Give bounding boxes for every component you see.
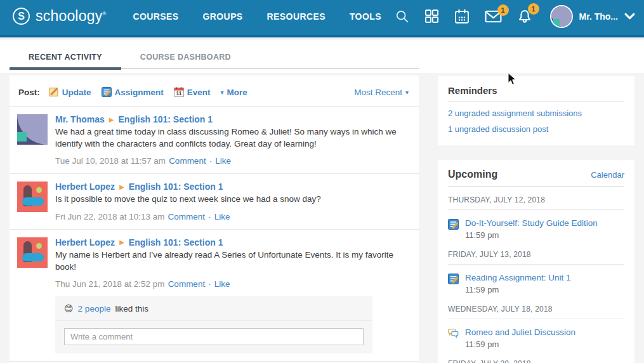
user-avatar — [550, 5, 573, 28]
upcoming-title: Upcoming — [448, 169, 497, 180]
comment-link[interactable]: Comment — [169, 156, 206, 166]
liked-this-text: liked this — [115, 304, 148, 314]
like-link[interactable]: Like — [214, 212, 230, 221]
schoology-logo[interactable]: S schoology® — [13, 8, 106, 25]
post-author-link[interactable]: Herbert Lopez — [55, 237, 115, 248]
post-course-link[interactable]: English 101: Section 1 — [129, 237, 223, 248]
post-more-button[interactable]: ▾ More — [221, 88, 247, 97]
meta-separator: · — [208, 279, 211, 289]
registered-mark: ® — [102, 11, 106, 16]
tab-strip: RECENT ACTIVITY COURSE DASHBOARD — [0, 40, 644, 73]
event-calendar-icon: 11 — [174, 87, 184, 97]
like-link[interactable]: Like — [214, 279, 230, 289]
logo-wordmark: schoology® — [36, 8, 106, 25]
post-author-link[interactable]: Herbert Lopez — [55, 182, 115, 192]
feed-post: Herbert Lopez ▶ English 101: Section 1 I… — [10, 174, 419, 230]
reminders-title: Reminders — [448, 85, 497, 96]
upcoming-date-header: THURSDAY, JULY 12, 2018 — [448, 187, 624, 210]
post-message: We had a great time today in class discu… — [55, 126, 410, 150]
calendar-icon[interactable] — [454, 9, 470, 24]
post-assignment-button[interactable]: Assignment — [102, 87, 164, 97]
activity-feed: Post: Update Assignment 11 Event ▾ More … — [10, 76, 419, 363]
post-timestamp: Fri Jun 22, 2018 at 10:13 am — [55, 212, 165, 221]
likers-link[interactable]: 2 people — [78, 304, 111, 314]
post-message: Is it possible to move the quiz to next … — [55, 194, 410, 206]
post-course-link[interactable]: English 101: Section 1 — [119, 114, 213, 124]
upcoming-event-link[interactable]: Do-It-Yourself: Study Guide Edition — [465, 218, 598, 228]
post-more-label: More — [227, 88, 247, 97]
post-timestamp: Thu Jun 21, 2018 at 2:52 pm — [55, 279, 165, 289]
post-event-button[interactable]: 11 Event — [174, 87, 211, 97]
post-update-label: Update — [62, 88, 91, 97]
upcoming-date-header: FRIDAY, JULY 20, 2018 — [448, 350, 624, 363]
nav-groups[interactable]: GROUPS — [203, 11, 243, 22]
notifications-bell-icon[interactable]: 1 — [517, 9, 532, 24]
assignment-icon — [448, 219, 459, 230]
upcoming-date-header: WEDNESDAY, JULY 18, 2018 — [448, 296, 624, 319]
upcoming-event: Do-It-Yourself: Study Guide Edition 11:5… — [448, 210, 624, 241]
messages-icon[interactable]: 1 — [485, 10, 502, 23]
nav-courses[interactable]: COURSES — [133, 11, 178, 22]
messages-badge: 1 — [497, 4, 509, 16]
schoology-s-icon: S — [13, 8, 30, 25]
post-assignment-label: Assignment — [115, 88, 164, 97]
meta-separator: · — [208, 212, 211, 221]
breadcrumb-chevron-icon: ▶ — [119, 239, 124, 246]
like-link[interactable]: Like — [215, 156, 231, 166]
user-menu[interactable]: Mr. Tho... — [550, 5, 635, 28]
nav-tools[interactable]: TOOLS — [350, 11, 381, 22]
breadcrumb-chevron-icon: ▶ — [109, 116, 114, 123]
primary-nav: COURSES GROUPS RESOURCES TOOLS — [133, 11, 381, 22]
post-message: My name is Herbert and I've already read… — [55, 249, 410, 273]
upcoming-date-header: FRIDAY, JULY 13, 2018 — [448, 241, 624, 265]
tab-recent-activity[interactable]: RECENT ACTIVITY — [10, 48, 121, 68]
sort-caret-icon: ▾ — [405, 89, 409, 96]
post-toolbar: Post: Update Assignment 11 Event ▾ More … — [10, 76, 419, 107]
sort-selected-value: Most Recent — [354, 88, 402, 97]
avatar-herbert-lopez[interactable] — [17, 237, 48, 268]
breadcrumb-chevron-icon: ▶ — [119, 183, 124, 190]
assignment-icon — [102, 87, 112, 97]
post-event-label: Event — [187, 88, 211, 97]
post-timestamp: Tue Jul 10, 2018 at 11:57 am — [55, 156, 166, 166]
post-update-button[interactable]: Update — [49, 87, 91, 97]
upcoming-event-time: 11:59 pm — [465, 230, 598, 240]
upcoming-event-time: 11:59 pm — [465, 340, 575, 349]
calendar-link[interactable]: Calendar — [591, 170, 624, 180]
post-course-link[interactable]: English 101: Section 1 — [129, 182, 223, 192]
smiley-icon: 😊 — [64, 303, 74, 314]
feed-post: Herbert Lopez ▶ English 101: Section 1 M… — [10, 230, 419, 362]
sort-dropdown[interactable]: Most Recent ▾ — [354, 88, 409, 97]
avatar-herbert-lopez[interactable] — [17, 182, 48, 212]
top-navigation-bar: S schoology® COURSES GROUPS RESOURCES TO… — [0, 0, 644, 37]
discussion-icon — [448, 328, 459, 338]
upcoming-event-link[interactable]: Romeo and Juliet Discussion — [465, 327, 575, 337]
update-note-icon — [49, 87, 59, 97]
comments-panel: 😊 2 people liked this — [55, 296, 372, 353]
avatar-mr-thomas[interactable] — [17, 114, 48, 145]
search-icon[interactable] — [395, 10, 409, 23]
reminder-ungraded-discussion[interactable]: 1 ungraded discussion post — [448, 124, 624, 134]
svg-text:11: 11 — [176, 90, 181, 96]
apps-grid-icon[interactable] — [424, 9, 439, 23]
upcoming-event-link[interactable]: Reading Assignment: Unit 1 — [465, 273, 571, 282]
more-caret-icon: ▾ — [221, 89, 224, 96]
reminder-ungraded-assignments[interactable]: 2 ungraded assignment submissions — [448, 109, 624, 118]
nav-resources[interactable]: RESOURCES — [267, 11, 325, 22]
upcoming-event-time: 11:59 pm — [465, 285, 571, 294]
user-name: Mr. Tho... — [579, 11, 618, 22]
upcoming-event: Romeo and Juliet Discussion 11:59 pm — [448, 319, 624, 350]
post-author-link[interactable]: Mr. Thomas — [55, 114, 105, 124]
upcoming-panel: Upcoming Calendar THURSDAY, JULY 12, 201… — [438, 160, 634, 363]
write-comment-input[interactable] — [64, 328, 364, 345]
post-label: Post: — [18, 88, 40, 97]
upcoming-event: Reading Assignment: Unit 1 11:59 pm — [448, 265, 624, 296]
chevron-down-icon — [624, 13, 635, 20]
notifications-badge: 1 — [528, 3, 539, 15]
reminders-panel: Reminders 2 ungraded assignment submissi… — [438, 76, 634, 145]
assignment-icon — [448, 274, 459, 284]
comment-link[interactable]: Comment — [168, 212, 206, 221]
comment-link[interactable]: Comment — [168, 279, 206, 289]
feed-post: Mr. Thomas ▶ English 101: Section 1 We h… — [10, 107, 419, 174]
tab-course-dashboard[interactable]: COURSE DASHBOARD — [121, 48, 250, 68]
